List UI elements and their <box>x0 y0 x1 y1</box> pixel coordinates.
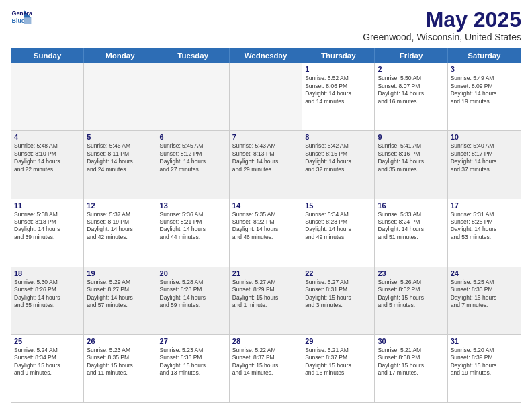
day-number: 18 <box>14 269 81 277</box>
cell-info: Sunrise: 5:42 AMSunset: 8:15 PMDaylight:… <box>305 142 371 173</box>
day-number: 8 <box>305 133 371 141</box>
day-number: 15 <box>305 201 371 210</box>
calendar-cell: 4Sunrise: 5:48 AMSunset: 8:10 PMDaylight… <box>11 131 84 198</box>
calendar-body: 1Sunrise: 5:52 AMSunset: 8:06 PMDaylight… <box>11 63 521 402</box>
cell-info: Sunrise: 5:23 AMSunset: 8:35 PMDaylight:… <box>87 347 153 377</box>
cell-info: Sunrise: 5:43 AMSunset: 8:13 PMDaylight:… <box>232 142 299 173</box>
calendar-cell: 5Sunrise: 5:46 AMSunset: 8:11 PMDaylight… <box>84 131 157 198</box>
calendar-cell: 26Sunrise: 5:23 AMSunset: 8:35 PMDayligh… <box>84 335 157 402</box>
cell-info: Sunrise: 5:50 AMSunset: 8:07 PMDaylight:… <box>378 75 444 105</box>
calendar-cell: 20Sunrise: 5:28 AMSunset: 8:28 PMDayligh… <box>157 267 230 334</box>
day-number: 5 <box>87 133 153 141</box>
cell-info: Sunrise: 5:20 AMSunset: 8:39 PMDaylight:… <box>451 347 518 377</box>
cell-info: Sunrise: 5:36 AMSunset: 8:21 PMDaylight:… <box>160 211 226 242</box>
day-number: 1 <box>305 65 371 73</box>
month-title: May 2025 <box>363 8 521 32</box>
weekday-header: Tuesday <box>157 48 230 63</box>
cell-info: Sunrise: 5:28 AMSunset: 8:28 PMDaylight:… <box>160 279 226 310</box>
calendar-cell: 30Sunrise: 5:21 AMSunset: 8:38 PMDayligh… <box>375 335 447 402</box>
weekday-header: Friday <box>375 48 447 63</box>
day-number: 14 <box>232 201 299 210</box>
day-number: 23 <box>378 269 444 277</box>
calendar-cell: 10Sunrise: 5:40 AMSunset: 8:17 PMDayligh… <box>448 131 521 198</box>
calendar-cell: 1Sunrise: 5:52 AMSunset: 8:06 PMDaylight… <box>302 63 375 130</box>
calendar-cell: 22Sunrise: 5:27 AMSunset: 8:31 PMDayligh… <box>302 267 375 334</box>
cell-info: Sunrise: 5:30 AMSunset: 8:26 PMDaylight:… <box>14 279 81 310</box>
day-number: 10 <box>451 133 518 141</box>
day-number: 6 <box>160 133 226 141</box>
cell-info: Sunrise: 5:48 AMSunset: 8:10 PMDaylight:… <box>14 142 81 173</box>
cell-info: Sunrise: 5:29 AMSunset: 8:27 PMDaylight:… <box>87 279 153 310</box>
day-number: 7 <box>232 133 299 141</box>
weekday-header: Thursday <box>302 48 375 63</box>
cell-info: Sunrise: 5:21 AMSunset: 8:38 PMDaylight:… <box>378 347 444 377</box>
day-number: 12 <box>87 201 153 210</box>
calendar-row: 25Sunrise: 5:24 AMSunset: 8:34 PMDayligh… <box>11 335 521 402</box>
calendar-row: 18Sunrise: 5:30 AMSunset: 8:26 PMDayligh… <box>11 267 521 335</box>
logo-icon: General Blue <box>11 8 32 27</box>
weekday-header: Wednesday <box>230 48 302 63</box>
calendar-cell: 13Sunrise: 5:36 AMSunset: 8:21 PMDayligh… <box>157 199 230 267</box>
cell-info: Sunrise: 5:41 AMSunset: 8:16 PMDaylight:… <box>378 142 444 173</box>
cell-info: Sunrise: 5:33 AMSunset: 8:24 PMDaylight:… <box>378 211 444 242</box>
day-number: 22 <box>305 269 371 277</box>
calendar-cell: 29Sunrise: 5:21 AMSunset: 8:37 PMDayligh… <box>302 335 375 402</box>
calendar-cell: 25Sunrise: 5:24 AMSunset: 8:34 PMDayligh… <box>11 335 84 402</box>
calendar-cell: 16Sunrise: 5:33 AMSunset: 8:24 PMDayligh… <box>375 199 447 267</box>
day-number: 28 <box>232 337 299 345</box>
day-number: 16 <box>378 201 444 210</box>
calendar-cell <box>230 63 302 130</box>
calendar-row: 11Sunrise: 5:38 AMSunset: 8:18 PMDayligh… <box>11 199 521 267</box>
calendar-cell: 24Sunrise: 5:25 AMSunset: 8:33 PMDayligh… <box>448 267 521 334</box>
calendar-cell: 17Sunrise: 5:31 AMSunset: 8:25 PMDayligh… <box>448 199 521 267</box>
calendar-cell <box>157 63 230 130</box>
day-number: 25 <box>14 337 81 345</box>
calendar-cell: 31Sunrise: 5:20 AMSunset: 8:39 PMDayligh… <box>448 335 521 402</box>
calendar-cell: 11Sunrise: 5:38 AMSunset: 8:18 PMDayligh… <box>11 199 84 267</box>
calendar-cell: 15Sunrise: 5:34 AMSunset: 8:23 PMDayligh… <box>302 199 375 267</box>
svg-marker-2 <box>24 17 31 24</box>
day-number: 3 <box>451 65 518 73</box>
cell-info: Sunrise: 5:46 AMSunset: 8:11 PMDaylight:… <box>87 142 153 173</box>
day-number: 11 <box>14 201 81 210</box>
day-number: 30 <box>378 337 444 345</box>
calendar-row: 1Sunrise: 5:52 AMSunset: 8:06 PMDaylight… <box>11 63 521 131</box>
logo: General Blue <box>11 8 32 27</box>
cell-info: Sunrise: 5:24 AMSunset: 8:34 PMDaylight:… <box>14 347 81 377</box>
cell-info: Sunrise: 5:31 AMSunset: 8:25 PMDaylight:… <box>451 211 518 242</box>
day-number: 19 <box>87 269 153 277</box>
day-number: 27 <box>160 337 226 345</box>
cell-info: Sunrise: 5:52 AMSunset: 8:06 PMDaylight:… <box>305 75 371 105</box>
calendar-cell: 28Sunrise: 5:22 AMSunset: 8:37 PMDayligh… <box>230 335 302 402</box>
location: Greenwood, Wisconsin, United States <box>363 32 521 42</box>
calendar-cell <box>84 63 157 130</box>
calendar-cell <box>11 63 84 130</box>
calendar-cell: 7Sunrise: 5:43 AMSunset: 8:13 PMDaylight… <box>230 131 302 198</box>
weekday-header: Saturday <box>448 48 521 63</box>
day-number: 2 <box>378 65 444 73</box>
weekday-header: Monday <box>84 48 157 63</box>
cell-info: Sunrise: 5:27 AMSunset: 8:31 PMDaylight:… <box>305 279 371 310</box>
calendar-cell: 14Sunrise: 5:35 AMSunset: 8:22 PMDayligh… <box>230 199 302 267</box>
calendar-cell: 23Sunrise: 5:26 AMSunset: 8:32 PMDayligh… <box>375 267 447 334</box>
day-number: 31 <box>451 337 518 345</box>
cell-info: Sunrise: 5:22 AMSunset: 8:37 PMDaylight:… <box>232 347 299 377</box>
calendar: SundayMondayTuesdayWednesdayThursdayFrid… <box>11 48 521 403</box>
cell-info: Sunrise: 5:21 AMSunset: 8:37 PMDaylight:… <box>305 347 371 377</box>
calendar-cell: 3Sunrise: 5:49 AMSunset: 8:09 PMDaylight… <box>448 63 521 130</box>
calendar-cell: 27Sunrise: 5:23 AMSunset: 8:36 PMDayligh… <box>157 335 230 402</box>
svg-text:Blue: Blue <box>12 17 25 24</box>
weekday-header: Sunday <box>11 48 84 63</box>
cell-info: Sunrise: 5:27 AMSunset: 8:29 PMDaylight:… <box>232 279 299 310</box>
svg-text:General: General <box>12 10 32 17</box>
cell-info: Sunrise: 5:26 AMSunset: 8:32 PMDaylight:… <box>378 279 444 310</box>
day-number: 26 <box>87 337 153 345</box>
day-number: 13 <box>160 201 226 210</box>
cell-info: Sunrise: 5:37 AMSunset: 8:19 PMDaylight:… <box>87 211 153 242</box>
calendar-cell: 18Sunrise: 5:30 AMSunset: 8:26 PMDayligh… <box>11 267 84 334</box>
cell-info: Sunrise: 5:45 AMSunset: 8:12 PMDaylight:… <box>160 142 226 173</box>
calendar-header: SundayMondayTuesdayWednesdayThursdayFrid… <box>11 48 521 63</box>
cell-info: Sunrise: 5:34 AMSunset: 8:23 PMDaylight:… <box>305 211 371 242</box>
calendar-row: 4Sunrise: 5:48 AMSunset: 8:10 PMDaylight… <box>11 131 521 199</box>
calendar-cell: 2Sunrise: 5:50 AMSunset: 8:07 PMDaylight… <box>375 63 447 130</box>
